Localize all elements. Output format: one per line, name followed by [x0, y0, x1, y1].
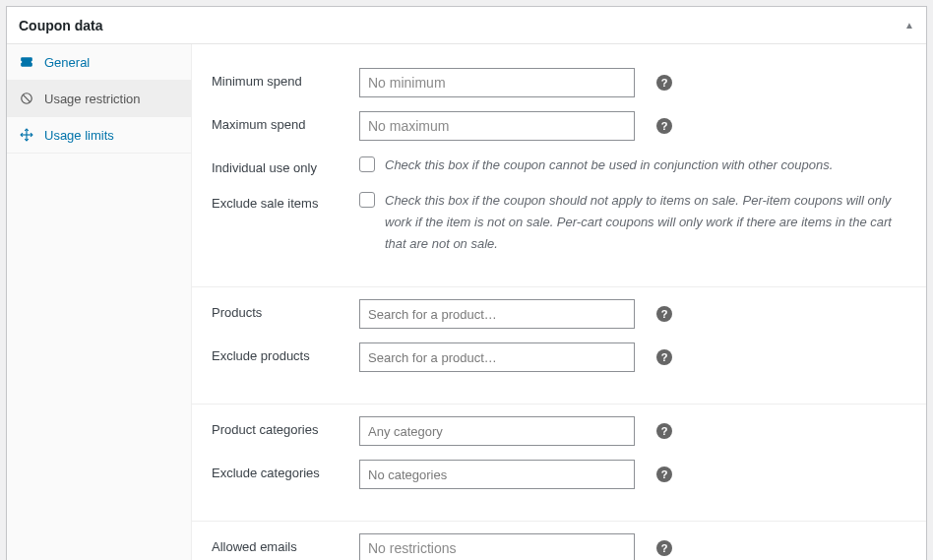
help-icon[interactable]: ? [656, 75, 672, 91]
panel-title: Coupon data [19, 18, 103, 33]
row-exclude-sale: Exclude sale items Check this box if the… [212, 190, 906, 255]
row-products: Products Search for a product… ? [212, 299, 906, 329]
label-exclude-sale: Exclude sale items [212, 190, 359, 211]
tab-usage-limits-label: Usage limits [44, 128, 114, 143]
row-min-spend: Minimum spend ? [212, 68, 906, 97]
select-products[interactable]: Search for a product… [359, 299, 635, 329]
panel-body: General Usage restriction [7, 44, 926, 560]
label-min-spend: Minimum spend [212, 68, 359, 89]
help-icon[interactable]: ? [656, 423, 672, 439]
side-tabs: General Usage restriction [7, 44, 192, 560]
checkbox-exclude-sale[interactable] [359, 192, 375, 208]
tab-general-label: General [44, 55, 90, 70]
select-exclude-products[interactable]: Search for a product… [359, 342, 635, 372]
svg-line-1 [23, 94, 31, 102]
row-product-categories: Product categories Any category ? [212, 416, 906, 446]
panel-header[interactable]: Coupon data ▲ [7, 7, 926, 44]
tab-usage-restriction-label: Usage restriction [44, 92, 141, 106]
desc-individual-use: Check this box if the coupon cannot be u… [385, 155, 833, 176]
group-emails: Allowed emails ? [192, 521, 926, 560]
row-max-spend: Maximum spend ? [212, 111, 906, 141]
row-individual-use: Individual use only Check this box if th… [212, 155, 906, 176]
ban-icon [19, 91, 34, 106]
label-allowed-emails: Allowed emails [212, 533, 359, 554]
collapse-toggle-icon[interactable]: ▲ [904, 20, 914, 31]
help-icon[interactable]: ? [656, 306, 672, 322]
coupon-data-panel: Coupon data ▲ General [6, 6, 927, 560]
select-exclude-categories[interactable]: No categories [359, 460, 635, 489]
label-exclude-products: Exclude products [212, 342, 359, 363]
select-product-categories[interactable]: Any category [359, 416, 635, 446]
input-min-spend[interactable] [359, 68, 635, 97]
help-icon[interactable]: ? [656, 349, 672, 365]
label-product-categories: Product categories [212, 416, 359, 437]
input-max-spend[interactable] [359, 111, 635, 141]
row-exclude-products: Exclude products Search for a product… ? [212, 342, 906, 372]
group-spend: Minimum spend ? Maximum spend ? Individu… [192, 50, 926, 279]
desc-exclude-sale: Check this box if the coupon should not … [385, 190, 906, 255]
help-icon[interactable]: ? [656, 467, 672, 482]
group-products: Products Search for a product… ? Exclude… [192, 286, 926, 396]
form-main: Minimum spend ? Maximum spend ? Individu… [192, 44, 926, 560]
group-categories: Product categories Any category ? Exclud… [192, 404, 926, 513]
label-max-spend: Maximum spend [212, 111, 359, 132]
tab-usage-restriction[interactable]: Usage restriction [7, 81, 191, 117]
help-icon[interactable]: ? [656, 540, 672, 556]
move-icon [19, 127, 34, 143]
row-allowed-emails: Allowed emails ? [212, 533, 906, 560]
tab-usage-limits[interactable]: Usage limits [7, 117, 191, 154]
label-products: Products [212, 299, 359, 320]
label-exclude-categories: Exclude categories [212, 460, 359, 480]
ticket-icon [19, 54, 34, 70]
help-icon[interactable]: ? [656, 118, 672, 134]
label-individual-use: Individual use only [212, 155, 359, 175]
checkbox-individual-use[interactable] [359, 156, 375, 172]
row-exclude-categories: Exclude categories No categories ? [212, 460, 906, 489]
tab-general[interactable]: General [7, 44, 191, 81]
input-allowed-emails[interactable] [359, 533, 635, 560]
